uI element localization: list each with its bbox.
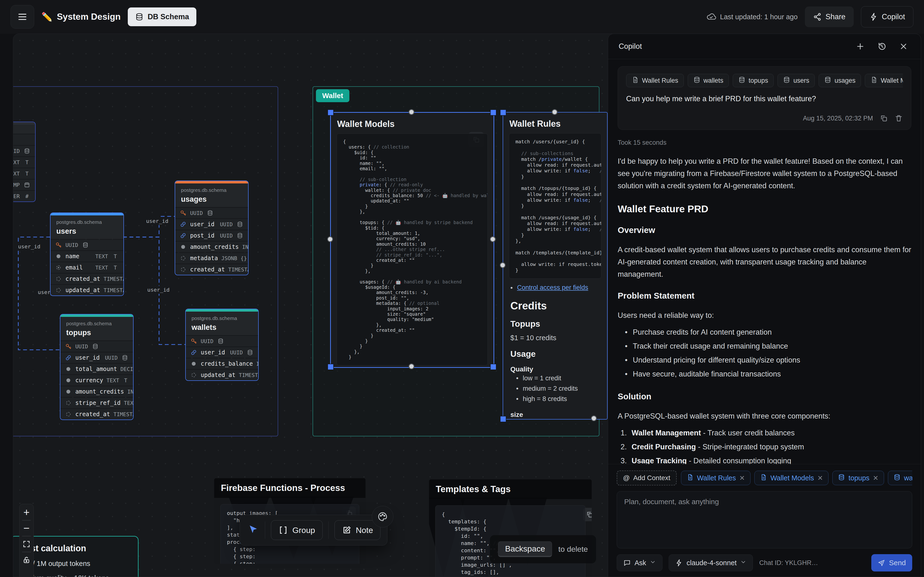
table-row[interactable]: updated_atTIMESTAMP <box>186 370 258 380</box>
code-line: amount_credits: 10 <box>343 242 481 247</box>
table-row[interactable]: TEXTT <box>13 168 35 179</box>
table-row[interactable]: TEXTT <box>13 157 35 168</box>
context-chip[interactable]: Wallet Models <box>865 74 903 87</box>
resize-handle[interactable] <box>500 416 506 422</box>
control-access-link[interactable]: Control access per fields <box>517 284 588 292</box>
unlock-button[interactable] <box>21 554 32 566</box>
table-row[interactable]: user_idUUID <box>60 353 133 363</box>
field-name: amount_credits <box>190 243 239 250</box>
table-row[interactable]: metadataJSONB{} <box>175 253 248 263</box>
table-header[interactable]: postgres.db.schematopups <box>60 317 133 340</box>
table-row[interactable]: idUUID <box>175 208 248 218</box>
table-row[interactable]: currencyTEXTT <box>60 375 133 386</box>
close-panel-button[interactable] <box>897 40 910 53</box>
table-row[interactable]: UUID <box>13 134 35 145</box>
zoom-out-button[interactable]: − <box>21 522 32 534</box>
table-usages[interactable]: postgres.db.schemausagesidUUIDuser_idUUI… <box>175 181 249 275</box>
table-row[interactable]: user_idUUID <box>186 347 258 358</box>
table-row[interactable]: amount_creditsINTEGER# <box>60 386 133 397</box>
context-chip[interactable]: topups✕ <box>832 471 884 485</box>
foreign-key-icon <box>179 221 187 228</box>
table-header[interactable]: postgres.db.schemausages <box>175 184 248 207</box>
chip-label: Wallet Rules <box>697 474 736 482</box>
table-row[interactable]: nameTEXTT <box>50 251 123 261</box>
resize-handle[interactable] <box>327 236 333 242</box>
select-tool-button[interactable] <box>247 524 259 537</box>
table-partial[interactable]: UUIDUUIDTEXTTTEXTTTIMESTAMPINTEGER# <box>13 122 36 202</box>
share-button[interactable]: Share <box>805 6 854 27</box>
table-row[interactable]: stripe_ref_idTEXTT <box>60 398 133 408</box>
table-header[interactable]: postgres.db.schemawallets <box>186 311 258 335</box>
mode-selector[interactable]: Ask <box>617 554 662 571</box>
context-chip[interactable]: topups <box>733 74 774 87</box>
table-header[interactable]: postgres.db.schemausers <box>50 215 123 239</box>
zoom-in-button[interactable]: + <box>21 506 32 518</box>
remove-chip-icon[interactable]: ✕ <box>739 474 745 482</box>
table-row[interactable]: emailTEXTT <box>50 262 123 273</box>
model-selector[interactable]: claude-4-sonnet <box>669 554 753 571</box>
table-row[interactable]: idUUID <box>186 336 258 347</box>
table-row[interactable]: post_idUUID <box>175 230 248 241</box>
group-button[interactable]: Group <box>271 520 323 540</box>
table-row[interactable]: created_atTIMESTAMP <box>60 409 133 419</box>
table-row[interactable]: created_atTIMESTAMP <box>50 274 123 284</box>
send-button[interactable]: Send <box>871 554 912 572</box>
resize-handle[interactable] <box>490 364 496 370</box>
remove-chip-icon[interactable]: ✕ <box>873 474 878 482</box>
style-palette-button[interactable] <box>372 506 393 527</box>
menu-button[interactable] <box>11 5 34 29</box>
resize-handle[interactable] <box>500 262 506 268</box>
table-row[interactable]: user_idUUID <box>175 219 248 230</box>
resize-handle[interactable] <box>500 110 506 116</box>
wallet-rules-card[interactable]: Wallet Rules match /users/{user_id} { //… <box>503 112 607 419</box>
wallet-models-card[interactable]: Wallet Models { users: { // collection $… <box>330 112 494 368</box>
copy-message-icon[interactable] <box>880 114 888 122</box>
table-row[interactable]: idUUID <box>60 341 133 352</box>
table-row[interactable]: credits_balanceINTEGER# <box>186 358 258 369</box>
table-row[interactable]: INTEGER# <box>13 191 35 201</box>
chip-label: wallets <box>904 474 912 482</box>
context-chip[interactable]: Wallet Rules✕ <box>681 471 751 485</box>
list-item: 3.Usage Tracking - Detailed consumption … <box>618 454 911 464</box>
table-row[interactable]: UUID <box>13 146 35 156</box>
list-item: •high = 8 credits <box>510 394 600 404</box>
resize-handle[interactable] <box>591 416 597 421</box>
table-row[interactable]: amount_creditsINTEGER# <box>175 242 248 252</box>
note-button[interactable]: Note <box>334 520 381 540</box>
resize-handle[interactable] <box>552 109 557 115</box>
resize-handle[interactable] <box>490 236 496 242</box>
context-chip[interactable]: Wallet Models✕ <box>754 471 829 485</box>
context-chip[interactable]: usages <box>819 74 861 87</box>
table-row[interactable]: idUUID <box>50 240 123 250</box>
table-row[interactable]: TIMESTAMP <box>13 180 35 190</box>
resize-handle[interactable] <box>328 110 334 116</box>
context-chip[interactable]: users <box>777 74 815 87</box>
resize-handle[interactable] <box>328 364 334 370</box>
tab-db-schema[interactable]: DB Schema <box>128 8 196 26</box>
table-wallets[interactable]: postgres.db.schemawalletsidUUIDuser_idUU… <box>185 309 258 381</box>
new-chat-button[interactable] <box>853 40 867 53</box>
context-chip[interactable]: wallets✕ <box>888 471 912 485</box>
table-users[interactable]: postgres.db.schemausersidUUIDnameTEXTTem… <box>50 213 124 296</box>
uuid-type-icon <box>206 210 214 216</box>
fit-view-button[interactable] <box>21 538 32 550</box>
context-chip[interactable]: wallets <box>688 74 729 87</box>
table-row[interactable]: total_amountDECIMAL <box>60 364 133 374</box>
wallet-frame-label[interactable]: Wallet <box>316 89 349 102</box>
resize-handle[interactable] <box>490 110 496 116</box>
copilot-button[interactable]: Copilot <box>861 6 914 27</box>
response-paragraph: A PostgreSQL-based wallet system with th… <box>618 410 911 422</box>
add-context-button[interactable]: @ Add Context <box>617 471 677 485</box>
remove-chip-icon[interactable]: ✕ <box>817 474 823 482</box>
delete-message-icon[interactable] <box>895 114 903 122</box>
table-header[interactable] <box>13 124 35 134</box>
code-line: topups: { // 🤖 handled by stripe backend <box>343 220 481 225</box>
table-row[interactable]: updated_atTIMESTAMP <box>50 285 123 295</box>
table-row[interactable]: created_atTIMESTAMP <box>175 264 248 275</box>
context-chip[interactable]: Wallet Rules <box>626 74 684 87</box>
history-button[interactable] <box>875 40 888 53</box>
table-topups[interactable]: postgres.db.schematopupsidUUIDuser_idUUI… <box>60 314 134 420</box>
resize-handle[interactable] <box>409 109 414 115</box>
resize-handle[interactable] <box>409 364 414 369</box>
chat-input[interactable] <box>617 491 912 548</box>
